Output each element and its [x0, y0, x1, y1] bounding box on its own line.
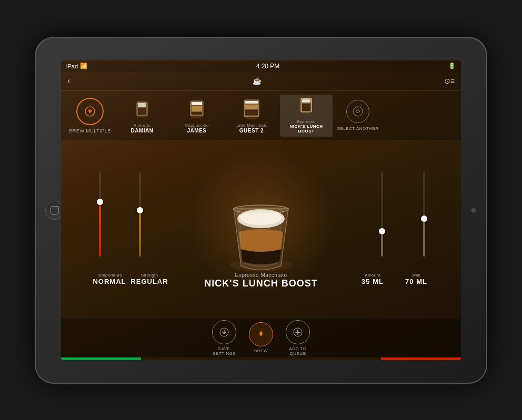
coffee-cup-icon: ☕ [253, 77, 262, 85]
svg-rect-7 [192, 106, 202, 111]
select-another-icon [346, 100, 369, 123]
temperature-label-group: Temperature NORMAL [88, 273, 130, 285]
milk-label-sub: Milk [398, 273, 435, 278]
amount-fill [381, 231, 383, 257]
user-nick-cup-icon [294, 94, 318, 117]
brew-button[interactable]: BREW [249, 322, 273, 353]
user-card-james[interactable]: Cappuccino JAMES [170, 95, 223, 137]
side-button[interactable] [471, 208, 476, 212]
milk-fill [423, 219, 425, 257]
strength-slider[interactable] [139, 146, 141, 257]
wifi-icon: 📶 [80, 63, 87, 69]
temperature-slider[interactable] [99, 146, 101, 257]
strength-track [139, 172, 141, 257]
user-damian-type: Ristretto [134, 123, 151, 128]
svg-rect-3 [138, 108, 146, 115]
svg-point-9 [191, 115, 203, 118]
svg-point-14 [245, 116, 258, 119]
temperature-track [99, 172, 101, 257]
temperature-thumb[interactable] [97, 199, 103, 205]
milk-thumb[interactable] [421, 216, 427, 222]
milk-track [423, 172, 425, 257]
svg-rect-17 [302, 104, 310, 111]
brew-multiple-label: BREW MULTIPLE [69, 128, 111, 134]
user-james-name: JAMES [187, 128, 207, 134]
coffee-subtitle: Espresso Macchiato [204, 272, 317, 278]
amount-thumb[interactable] [379, 228, 385, 234]
svg-rect-11 [245, 101, 258, 104]
user-strip: BREW MULTIPLE Ristretto DAMIAN [61, 91, 461, 141]
coffee-title: NICK'S LUNCH BOOST [204, 278, 317, 289]
user-james-cup-icon [185, 98, 209, 121]
action-bar: SAVESETTINGS BREW ADD [61, 318, 461, 357]
user-card-nick[interactable]: Espresso NICK'S LUNCH BOOST [280, 95, 333, 137]
coffee-info: Espresso Macchiato NICK'S LUNCH BOOST [204, 272, 317, 289]
device-name-label: iPad [66, 63, 78, 69]
milk-label-group: Milk 70 ML [398, 273, 435, 285]
svg-rect-16 [302, 99, 310, 103]
user-nick-type: Espresso [297, 119, 316, 124]
add-queue-label: ADD TOQUEUE [289, 346, 307, 356]
add-to-queue-button[interactable]: ADD TOQUEUE [286, 320, 310, 356]
temperature-label-sub: Temperature [88, 273, 130, 278]
save-settings-icon-circle [212, 320, 236, 344]
svg-point-23 [234, 205, 288, 213]
temperature-fill [99, 202, 101, 257]
amount-track [381, 172, 383, 257]
main-content: Temperature NORMAL Strength REGULAR [61, 141, 461, 318]
bottom-indicator-bar [61, 357, 461, 360]
user-damian-cup-icon [130, 98, 154, 121]
svg-point-18 [301, 111, 312, 114]
user-card-guest2[interactable]: Latte Macchiato GUEST 2 [225, 95, 278, 137]
temperature-label-main: NORMAL [88, 278, 130, 285]
status-bar: iPad 📶 4:20 PM 🔋 [61, 60, 461, 72]
user-james-type: Cappuccino [185, 123, 208, 128]
user-card-damian[interactable]: Ristretto DAMIAN [116, 95, 168, 137]
coffee-glass [208, 171, 314, 287]
amount-label-sub: Amount [352, 273, 394, 278]
brew-multiple-button[interactable]: BREW MULTIPLE [66, 95, 114, 137]
svg-rect-8 [192, 112, 202, 115]
strength-label-main: REGULAR [128, 278, 170, 285]
svg-rect-12 [245, 105, 258, 109]
strength-label-group: Strength REGULAR [128, 273, 170, 285]
save-settings-label: SAVESETTINGS [213, 346, 236, 356]
brew-label: BREW [254, 349, 268, 353]
brew-icon-circle [249, 322, 273, 346]
nav-bar: ‹ ☕ ⊙≡ [61, 72, 461, 91]
user-guest2-name: GUEST 2 [239, 128, 264, 134]
svg-point-19 [353, 107, 363, 116]
amount-label-main: 35 ML [352, 278, 394, 285]
milk-slider[interactable] [423, 146, 425, 257]
screen: iPad 📶 4:20 PM 🔋 ‹ ☕ ⊙≡ [61, 60, 461, 360]
strength-label-sub: Strength [128, 273, 170, 278]
time-display: 4:20 PM [256, 63, 280, 70]
svg-point-4 [137, 115, 147, 118]
svg-rect-2 [138, 103, 146, 107]
brew-multiple-icon [76, 98, 104, 125]
ipad-device: iPad 📶 4:20 PM 🔋 ‹ ☕ ⊙≡ [35, 37, 487, 384]
user-guest2-type: Latte Macchiato [236, 123, 268, 128]
milk-label-main: 70 ML [398, 278, 435, 285]
user-nick-name: NICK'S LUNCH BOOST [283, 124, 329, 134]
amount-label-group: Amount 35 ML [352, 273, 394, 285]
strength-thumb[interactable] [137, 207, 143, 213]
menu-icon[interactable]: ⊙≡ [444, 77, 455, 85]
svg-rect-6 [192, 102, 202, 105]
select-another-label: SELECT ANOTHER [337, 126, 379, 131]
add-queue-icon-circle [286, 320, 310, 344]
user-guest2-cup-icon [239, 98, 264, 121]
save-settings-button[interactable]: SAVESETTINGS [212, 320, 236, 356]
user-damian-name: DAMIAN [131, 128, 154, 134]
select-another-button[interactable]: SELECT ANOTHER [337, 95, 379, 137]
svg-rect-13 [245, 110, 258, 115]
battery-icon: 🔋 [448, 63, 456, 69]
amount-slider[interactable] [381, 146, 383, 257]
strength-fill [139, 210, 141, 257]
back-button[interactable]: ‹ [67, 76, 70, 86]
